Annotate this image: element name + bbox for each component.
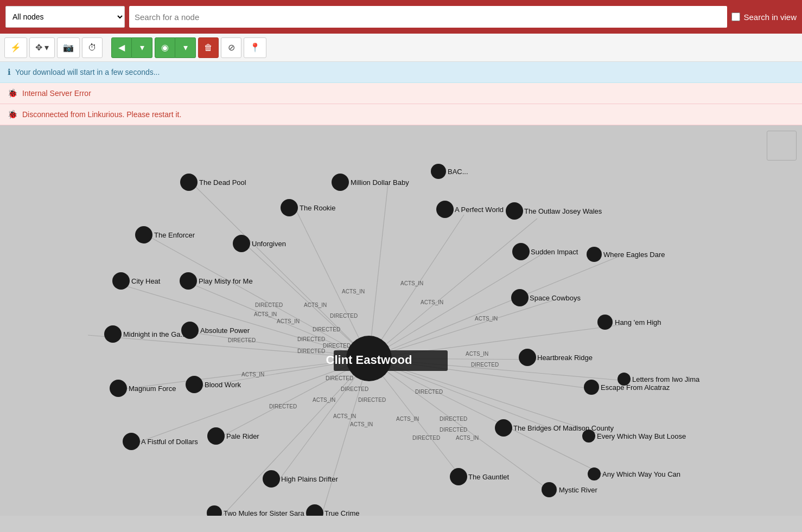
toolbar: ⚡ ✥ ▾ 📷 ⏱ ◀ ▾ ◉ ▾ 🗑 ⊘ 📍 — [0, 34, 802, 62]
svg-text:ACTS_IN: ACTS_IN — [475, 316, 498, 322]
svg-text:Pale Rider: Pale Rider — [226, 432, 259, 440]
svg-point-99 — [110, 380, 127, 397]
block-btn[interactable]: ⊘ — [221, 37, 241, 58]
svg-text:DIRECTED: DIRECTED — [412, 435, 440, 441]
svg-text:Play Misty for Me: Play Misty for Me — [199, 277, 253, 285]
svg-point-105 — [582, 430, 595, 443]
search-in-view-checkbox[interactable] — [731, 12, 740, 21]
search-in-view-text: Search in view — [743, 12, 797, 22]
svg-point-91 — [181, 322, 199, 339]
svg-text:ACTS_IN: ACTS_IN — [313, 397, 335, 403]
svg-text:Midnight in the Ga...: Midnight in the Ga... — [123, 330, 186, 338]
svg-text:DIRECTED: DIRECTED — [440, 427, 467, 433]
svg-text:DIRECTED: DIRECTED — [297, 348, 325, 354]
svg-point-89 — [104, 325, 122, 343]
svg-point-69 — [436, 201, 454, 218]
svg-text:ACTS_IN: ACTS_IN — [396, 416, 419, 422]
minimap[interactable] — [767, 131, 797, 161]
svg-text:DIRECTED: DIRECTED — [297, 336, 325, 342]
svg-text:DIRECTED: DIRECTED — [415, 389, 443, 395]
svg-point-101 — [186, 376, 203, 393]
search-in-view-label[interactable]: Search in view — [731, 12, 797, 22]
svg-point-117 — [542, 482, 557, 497]
svg-text:ACTS_IN: ACTS_IN — [277, 318, 300, 324]
search-input[interactable] — [129, 6, 727, 28]
svg-text:Two Mules for Sister Sara: Two Mules for Sister Sara — [224, 509, 305, 516]
svg-text:DIRECTED: DIRECTED — [228, 337, 256, 343]
svg-text:DIRECTED: DIRECTED — [255, 302, 283, 308]
svg-text:City Heat: City Heat — [131, 277, 161, 285]
svg-point-75 — [233, 235, 250, 252]
eye-dropdown-btn[interactable]: ▾ — [175, 37, 196, 58]
svg-point-113 — [263, 470, 280, 488]
svg-point-87 — [597, 315, 613, 330]
svg-text:DIRECTED: DIRECTED — [313, 326, 340, 332]
select-dropdown-btn[interactable]: ▾ — [132, 37, 152, 58]
svg-text:ACTS_IN: ACTS_IN — [400, 280, 423, 286]
error-alert-bar-1: 🐞 Internal Server Error — [0, 83, 802, 104]
svg-text:The Bridges Of Madison County: The Bridges Of Madison County — [513, 424, 614, 432]
svg-text:ACTS_IN: ACTS_IN — [421, 299, 443, 305]
svg-text:BAC...: BAC... — [448, 168, 468, 176]
svg-text:ACTS_IN: ACTS_IN — [466, 351, 488, 357]
svg-text:Clint Eastwood: Clint Eastwood — [326, 353, 412, 367]
svg-text:Absolute Power: Absolute Power — [200, 326, 250, 335]
svg-text:Sudden Impact: Sudden Impact — [531, 248, 578, 256]
select-btn[interactable]: ◀ — [111, 37, 132, 58]
svg-text:ACTS_IN: ACTS_IN — [304, 302, 327, 308]
select-btn-group: ◀ ▾ — [111, 37, 152, 58]
svg-text:ACTS_IN: ACTS_IN — [333, 413, 356, 419]
svg-text:ACTS_IN: ACTS_IN — [350, 421, 373, 427]
svg-text:Magnum Force: Magnum Force — [129, 384, 176, 393]
svg-point-107 — [123, 433, 140, 450]
error-alert-message-1: Internal Server Error — [22, 89, 91, 98]
svg-text:DIRECTED: DIRECTED — [440, 416, 467, 422]
svg-text:Any Which Way You Can: Any Which Way You Can — [602, 470, 680, 478]
svg-text:Every Which Way But Loose: Every Which Way But Loose — [597, 432, 686, 440]
svg-point-97 — [584, 380, 599, 395]
pin-btn[interactable]: 📍 — [244, 37, 266, 58]
lightning-btn[interactable]: ⚡ — [4, 37, 27, 58]
svg-text:ACTS_IN: ACTS_IN — [241, 371, 264, 377]
svg-text:Hang 'em High: Hang 'em High — [615, 318, 661, 326]
info-alert-icon: ℹ — [8, 67, 11, 77]
svg-point-61 — [180, 174, 198, 191]
svg-text:ACTS_IN: ACTS_IN — [254, 311, 277, 317]
svg-text:Escape From Alcatraz: Escape From Alcatraz — [601, 383, 670, 392]
svg-point-67 — [431, 164, 446, 179]
svg-point-73 — [135, 226, 152, 243]
svg-text:Mystic River: Mystic River — [559, 486, 597, 494]
svg-text:Unforgiven: Unforgiven — [252, 240, 286, 248]
info-alert-bar: ℹ Your download will start in a few seco… — [0, 62, 802, 83]
svg-text:The Enforcer: The Enforcer — [154, 231, 195, 239]
svg-point-79 — [587, 247, 602, 262]
graph-area[interactable]: ACTS_IN ACTS_IN ACTS_IN ACTS_IN ACTS_IN … — [0, 125, 802, 516]
error-alert-bar-2: 🐞 Disconnected from Linkurious. Please r… — [0, 104, 802, 125]
top-bar: All nodes Movie Person Director Search i… — [0, 0, 802, 34]
svg-text:The Outlaw Josey Wales: The Outlaw Josey Wales — [524, 207, 602, 215]
svg-point-71 — [506, 202, 523, 220]
node-type-select[interactable]: All nodes Movie Person Director — [5, 6, 125, 28]
svg-text:Where Eagles Dare: Where Eagles Dare — [603, 251, 665, 259]
svg-text:The Rookie: The Rookie — [300, 204, 335, 212]
svg-point-81 — [112, 272, 130, 290]
cursor-btn[interactable]: ✥ ▾ — [29, 37, 55, 58]
info-btn[interactable]: ⏱ — [82, 37, 103, 58]
error-alert-message-2: Disconnected from Linkurious. Please res… — [22, 110, 181, 119]
graph-svg: ACTS_IN ACTS_IN ACTS_IN ACTS_IN ACTS_IN … — [0, 125, 802, 516]
screenshot-btn[interactable]: 📷 — [57, 37, 80, 58]
svg-text:DIRECTED: DIRECTED — [330, 313, 358, 319]
error-alert-icon-1: 🐞 — [8, 88, 18, 98]
svg-text:DIRECTED: DIRECTED — [471, 362, 499, 368]
info-alert-message: Your download will start in a few second… — [15, 68, 160, 76]
eye-btn[interactable]: ◉ — [155, 37, 175, 58]
svg-point-77 — [512, 243, 530, 260]
svg-text:High Plains Drifter: High Plains Drifter — [281, 475, 338, 483]
svg-text:Space Cowboys: Space Cowboys — [530, 294, 581, 302]
svg-text:DIRECTED: DIRECTED — [323, 343, 351, 349]
svg-text:DIRECTED: DIRECTED — [358, 397, 386, 403]
svg-point-103 — [495, 419, 512, 437]
svg-point-83 — [180, 272, 197, 290]
svg-text:Million Dollar Baby: Million Dollar Baby — [351, 178, 409, 187]
delete-btn[interactable]: 🗑 — [198, 37, 219, 58]
